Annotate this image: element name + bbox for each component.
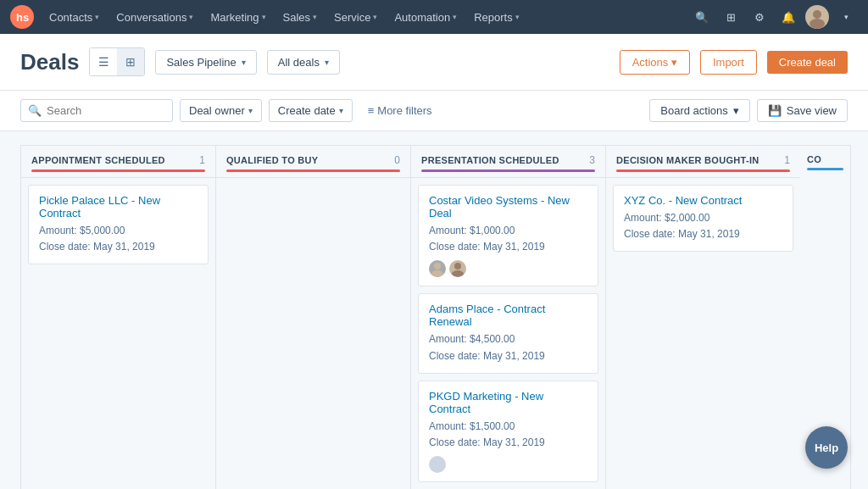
deal-details: Amount: $2,000.00Close date: May 31, 201…	[624, 210, 782, 242]
column-count: 3	[589, 154, 595, 166]
column-cards: Pickle Palace LLC - New ContractAmount: …	[21, 178, 215, 489]
hubspot-logo[interactable]: hs	[10, 5, 34, 29]
card-avatar	[429, 260, 446, 277]
list-view-button[interactable]: ☰	[90, 48, 117, 75]
create-date-filter[interactable]: Create date ▾	[269, 99, 353, 122]
search-nav-icon[interactable]: 🔍	[690, 5, 714, 29]
deal-card[interactable]: PKGD Marketing - New ContractAmount: $1,…	[418, 381, 598, 482]
account-chevron-icon[interactable]: ▾	[834, 5, 858, 29]
column-title: PRESENTATION SCHEDULED	[421, 155, 559, 165]
search-input[interactable]	[47, 104, 165, 117]
deal-name-link[interactable]: Adams Place - Contract Renewal	[429, 303, 587, 328]
column-count: 1	[784, 154, 790, 166]
settings-icon[interactable]: ⚙	[748, 5, 771, 29]
column-count: 0	[394, 154, 400, 166]
chevron-icon: ▾	[515, 13, 520, 21]
column-title: DECISION MAKER BOUGHT-IN	[616, 155, 760, 165]
deal-name-link[interactable]: Pickle Palace LLC - New Contract	[39, 194, 198, 219]
column-title: APPOINTMENT SCHEDULED	[31, 155, 165, 165]
create-date-chevron-icon: ▾	[339, 106, 343, 115]
nav-right: 🔍 ⊞ ⚙ 🔔 ▾	[690, 5, 858, 29]
svg-point-3	[810, 19, 825, 29]
col-header-presentation-scheduled: PRESENTATION SCHEDULED3	[411, 146, 605, 178]
deal-details: Amount: $1,000.00Close date: May 31, 201…	[429, 223, 587, 255]
col-header-decision-maker-bought-in: DECISION MAKER BOUGHT-IN1	[606, 146, 800, 178]
user-avatar[interactable]	[805, 5, 829, 29]
deal-card[interactable]: Pickle Palace LLC - New ContractAmount: …	[28, 185, 209, 264]
column-cards: Costar Video Systems - New DealAmount: $…	[411, 178, 605, 489]
deal-name-link[interactable]: Costar Video Systems - New Deal	[429, 194, 587, 219]
svg-point-7	[452, 270, 464, 277]
col-header-appointment-scheduled: APPOINTMENT SCHEDULED1	[21, 146, 215, 178]
chevron-icon: ▾	[95, 13, 99, 21]
page-title: Deals	[20, 49, 79, 75]
card-avatars	[429, 456, 587, 473]
deal-owner-filter[interactable]: Deal owner ▾	[180, 99, 262, 122]
deal-details: Amount: $5,000.00Close date: May 31, 201…	[39, 223, 198, 255]
card-avatar	[449, 260, 466, 277]
deal-card[interactable]: XYZ Co. - New ContractAmount: $2,000.00C…	[613, 185, 793, 252]
card-avatar	[429, 456, 446, 473]
deal-owner-chevron-icon: ▾	[248, 106, 253, 115]
chevron-icon: ▾	[189, 13, 193, 21]
nav-items: Contacts▾ Conversations▾ Marketing▾ Sale…	[41, 0, 690, 34]
chevron-icon: ▾	[453, 13, 457, 21]
svg-point-2	[813, 10, 821, 19]
marketplace-icon[interactable]: ⊞	[719, 5, 743, 29]
column-bar	[421, 169, 595, 172]
chevron-icon: ▾	[262, 13, 266, 21]
create-deal-button[interactable]: Create deal	[767, 51, 848, 74]
column-bar	[31, 169, 205, 172]
nav-sales[interactable]: Sales▾	[275, 0, 326, 34]
column-cards	[216, 178, 410, 489]
kanban-column-appointment-scheduled: APPOINTMENT SCHEDULED1Pickle Palace LLC …	[20, 145, 215, 489]
svg-point-6	[454, 263, 461, 270]
board-actions-chevron-icon: ▾	[733, 104, 739, 117]
kanban-column-presentation-scheduled: PRESENTATION SCHEDULED3Costar Video Syst…	[410, 145, 605, 489]
partial-col-title: CO	[807, 154, 843, 164]
deal-card[interactable]: Costar Video Systems - New DealAmount: $…	[418, 185, 598, 286]
filter-deals-selector[interactable]: All deals ▾	[267, 50, 340, 75]
column-bar	[616, 169, 790, 172]
deal-details: Amount: $4,500.00Close date: May 31, 201…	[429, 331, 587, 364]
nav-reports[interactable]: Reports▾	[465, 0, 528, 34]
nav-marketing[interactable]: Marketing▾	[202, 0, 274, 34]
column-bar	[226, 169, 400, 172]
nav-contacts[interactable]: Contacts▾	[41, 0, 108, 34]
column-cards: XYZ Co. - New ContractAmount: $2,000.00C…	[606, 178, 800, 489]
deal-details: Amount: $1,500.00Close date: May 31, 201…	[429, 419, 587, 451]
card-avatars	[429, 260, 587, 277]
pipeline-selector[interactable]: Sales Pipeline ▾	[155, 50, 256, 75]
deal-name-link[interactable]: XYZ Co. - New Contract	[624, 194, 782, 207]
board-actions-button[interactable]: Board actions ▾	[649, 99, 750, 122]
deal-card[interactable]: Adams Place - Contract RenewalAmount: $4…	[418, 293, 598, 373]
deal-name-link[interactable]: PKGD Marketing - New Contract	[429, 390, 587, 415]
column-count: 1	[199, 154, 205, 166]
top-nav: hs Contacts▾ Conversations▾ Marketing▾ S…	[0, 0, 868, 34]
actions-button[interactable]: Actions ▾	[620, 50, 690, 75]
filter-bar: 🔍 Deal owner ▾ Create date ▾ ≡ More filt…	[0, 91, 868, 131]
search-box[interactable]: 🔍	[20, 99, 173, 122]
save-view-button[interactable]: 💾 Save view	[757, 99, 848, 122]
chevron-icon: ▾	[373, 13, 377, 21]
svg-point-5	[431, 270, 443, 277]
svg-text:hs: hs	[16, 11, 29, 24]
nav-conversations[interactable]: Conversations▾	[108, 0, 202, 34]
partial-col-bar	[807, 168, 843, 170]
kanban-column-decision-maker-bought-in: DECISION MAKER BOUGHT-IN1XYZ Co. - New C…	[605, 145, 800, 489]
filter-lines-icon: ≡	[368, 104, 375, 117]
save-icon: 💾	[768, 104, 782, 117]
page-header: Deals ☰ ⊞ Sales Pipeline ▾ All deals ▾ A…	[0, 34, 868, 91]
help-button[interactable]: Help	[805, 426, 848, 469]
view-toggle: ☰ ⊞	[89, 47, 145, 76]
notifications-icon[interactable]: 🔔	[776, 5, 800, 29]
kanban-column-qualified-to-buy: QUALIFIED TO BUY0Total: $0	[215, 145, 410, 489]
grid-view-button[interactable]: ⊞	[117, 48, 144, 75]
kanban-board: APPOINTMENT SCHEDULED1Pickle Palace LLC …	[0, 131, 868, 489]
nav-service[interactable]: Service▾	[326, 0, 386, 34]
import-button[interactable]: Import	[700, 50, 757, 75]
col-header-qualified-to-buy: QUALIFIED TO BUY0	[216, 146, 410, 178]
more-filters-button[interactable]: ≡ More filters	[359, 100, 441, 121]
nav-automation[interactable]: Automation▾	[386, 0, 465, 34]
actions-chevron-icon: ▾	[671, 56, 677, 69]
